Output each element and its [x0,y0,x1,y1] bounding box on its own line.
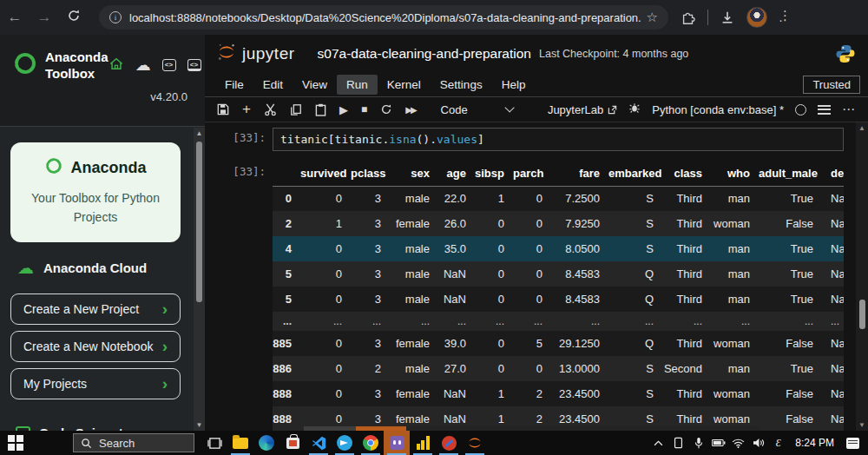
search-icon [81,438,92,449]
tray-expand-icon[interactable] [650,434,667,452]
start-button-icon[interactable] [0,435,31,451]
search-input[interactable] [99,437,186,450]
sidebar-scrollbar[interactable]: ▲ ▼ [194,128,205,431]
scroll-up-icon[interactable]: ▲ [856,124,868,132]
open-jupyterlab-link[interactable]: JupyterLab [548,103,617,116]
input-language-icon[interactable]: Ɛ [770,434,786,452]
chevron-down-icon[interactable] [504,102,514,112]
sidebar-button-1[interactable]: Create a New Notebook› [10,331,181,362]
table-cell: woman [711,211,759,236]
sidebar-scroll-thumb[interactable] [196,142,202,302]
run-cell-icon[interactable]: ▶ [339,103,348,116]
wifi-icon[interactable] [730,434,746,452]
save-icon[interactable] [217,103,229,115]
table-row[interactable]: 88803femaleNaN1223.4500SThirdwomanFalseN… [273,381,844,406]
sidebar-button-0[interactable]: Create a New Project› [10,293,181,325]
scroll-down-icon[interactable]: ▼ [194,421,205,429]
menu-settings[interactable]: Settings [431,75,492,95]
site-info-icon[interactable]: i [109,11,122,23]
dataframe-table: survivedpclasssexagesibspparchfareembark… [273,162,844,431]
red-app-icon[interactable] [436,431,462,455]
anaconda-cloud-link[interactable]: ☁ Anaconda Cloud [17,260,181,276]
profile-avatar[interactable] [746,7,767,28]
highlighted-app-icon[interactable] [384,431,410,455]
paste-cells-icon[interactable] [315,103,326,116]
jupyter-app-icon[interactable] [462,431,488,455]
notebook-vertical-scrollbar[interactable]: ▲ ▼ [856,122,868,431]
insert-cell-icon[interactable]: + [242,101,251,118]
table-row[interactable]: 213female26.0007.9250SThirdwomanFalseNaN [273,211,844,236]
jupyter-wordmark[interactable]: jupyter [242,44,295,63]
scroll-up-icon[interactable]: ▲ [194,129,205,137]
table-cell: 7.9250 [551,211,608,236]
table-row[interactable]: 503maleNaN008.4583QThirdmanTrueNaN [273,261,844,287]
table-cell: NaN [822,186,844,211]
battery-icon[interactable] [710,434,727,452]
cloud-icon[interactable]: ☁ [135,59,151,71]
trusted-button[interactable]: Trusted [803,76,860,94]
menu-file[interactable]: File [215,75,253,95]
code-input[interactable]: titanic[titanic.isna().values] [273,128,844,151]
notebook-title[interactable]: s07a-data-cleaning-and-preparation [318,46,531,62]
menu-view[interactable]: View [293,75,337,95]
extensions-icon[interactable] [681,10,696,25]
copy-cells-icon[interactable] [290,103,302,116]
sidebar-button-2[interactable]: My Projects› [10,368,181,399]
volume-icon[interactable] [750,434,766,452]
table-row[interactable]: 503maleNaN008.4583QThirdmanTrueNaN [273,287,844,312]
downloads-icon[interactable] [720,10,735,25]
power-bi-icon[interactable] [410,431,436,455]
interrupt-kernel-icon[interactable]: ■ [361,103,367,115]
restart-kernel-icon[interactable] [380,103,392,115]
back-icon[interactable]: ← [0,9,30,26]
taskbar-search[interactable] [73,433,194,452]
table-cell: 3 [351,211,390,236]
table-row[interactable]: 88602male27.00013.0000SSecondmanTrueNaN [273,356,844,381]
toolbar-divider [707,10,708,25]
vscode-icon[interactable] [306,431,332,455]
menu-run[interactable]: Run [337,75,378,95]
edge-icon[interactable] [253,431,279,455]
scroll-down-icon[interactable]: ▼ [856,421,868,429]
table-cell: 13.0000 [551,356,608,381]
chrome-icon[interactable] [358,431,384,455]
menu-edit[interactable]: Edit [253,75,293,95]
microsoft-store-icon[interactable] [279,431,306,455]
bookmark-star-icon[interactable]: ☆ [647,10,658,25]
v-scroll-thumb[interactable] [859,300,865,329]
debugger-icon[interactable] [628,102,641,117]
browser-menu-icon[interactable]: ⋮· [779,13,787,22]
reload-icon[interactable] [59,9,89,27]
chevron-right-icon: › [162,340,168,353]
address-bar[interactable]: i localhost:8888/notebooks/Desktop/Data%… [99,5,668,30]
table-row[interactable]: 403male35.0008.0500SThirdmanTrueNaN [273,236,844,261]
cut-cells-icon[interactable] [264,103,277,116]
task-view-icon[interactable] [201,431,227,455]
table-cell: man [711,356,759,381]
home-icon[interactable] [108,56,124,75]
sidebar-buttons: Create a New Project›Create a New Notebo… [10,293,181,399]
forward-icon[interactable]: → [30,9,59,26]
file-explorer-icon[interactable] [227,431,253,455]
toolbar-more-icon[interactable]: ⋯ [842,102,856,117]
notebook-code-icon[interactable]: <> [187,59,201,71]
jupyter-logo-icon[interactable] [217,43,236,65]
menu-help[interactable]: Help [492,75,536,95]
phone-link-icon[interactable] [670,434,687,452]
notification-center-icon[interactable] [845,434,861,452]
table-row[interactable]: 88503female39.00529.1250QThirdwomanFalse… [273,331,844,356]
kernel-status-icon[interactable] [795,104,806,115]
telegram-icon[interactable] [332,431,358,455]
code-editor-icon[interactable]: <> [162,59,176,71]
taskbar-clock[interactable]: 8:24 PM [795,437,834,449]
toolbar-hamburger-icon[interactable] [818,105,831,115]
menu-kernel[interactable]: Kernel [378,75,431,95]
cell-type-select[interactable]: Code [441,103,468,116]
kernel-name[interactable]: Python [conda env:base] * [652,103,784,116]
microphone-icon[interactable] [690,434,707,452]
table-row[interactable]: ....................................... [273,312,844,331]
url-text[interactable]: localhost:8888/notebooks/Desktop/Data%20… [129,11,641,24]
run-all-icon[interactable]: ▶▶ [405,105,415,115]
table-cell: ... [822,312,844,331]
table-row[interactable]: 003male22.0107.2500SThirdmanTrueNaN [273,186,844,211]
